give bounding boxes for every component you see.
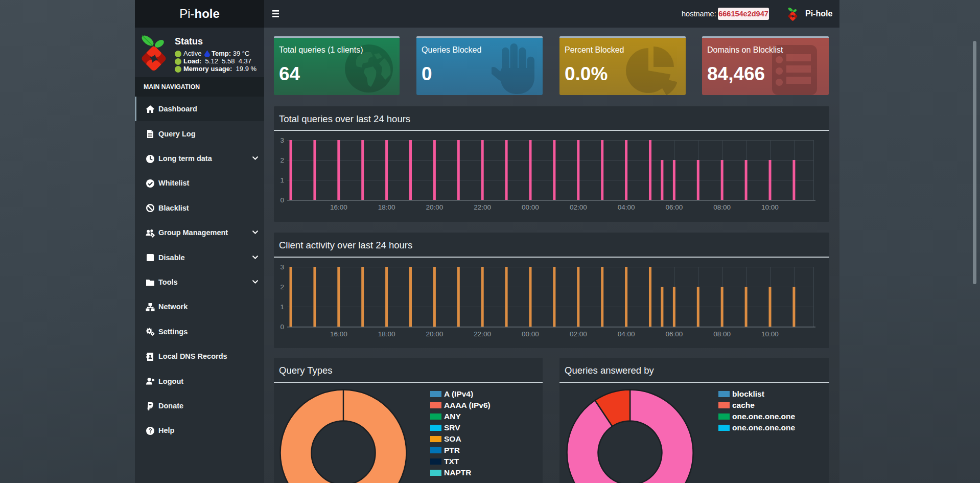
svg-text:18:00: 18:00: [378, 330, 395, 338]
svg-text:06:00: 06:00: [666, 203, 683, 211]
svg-text:2: 2: [280, 283, 284, 290]
svg-text:20:00: 20:00: [426, 330, 444, 338]
svg-text:22:00: 22:00: [474, 203, 491, 211]
svg-text:00:00: 00:00: [522, 203, 539, 211]
svg-text:08:00: 08:00: [713, 330, 731, 338]
svg-text:0: 0: [280, 323, 284, 330]
svg-text:16:00: 16:00: [330, 330, 347, 338]
svg-text:1: 1: [280, 303, 284, 310]
svg-text:04:00: 04:00: [618, 203, 635, 211]
svg-text:3: 3: [280, 136, 284, 144]
svg-text:16:00: 16:00: [330, 203, 347, 211]
svg-text:0: 0: [280, 196, 284, 204]
svg-text:20:00: 20:00: [426, 203, 444, 211]
svg-text:08:00: 08:00: [713, 203, 731, 211]
svg-text:22:00: 22:00: [474, 330, 491, 338]
svg-text:06:00: 06:00: [666, 330, 683, 338]
svg-text:00:00: 00:00: [522, 330, 539, 338]
svg-text:02:00: 02:00: [570, 330, 587, 338]
svg-text:2: 2: [280, 156, 284, 164]
svg-text:10:00: 10:00: [761, 203, 779, 211]
svg-text:04:00: 04:00: [618, 330, 635, 338]
svg-text:18:00: 18:00: [378, 203, 395, 211]
svg-text:10:00: 10:00: [761, 330, 779, 338]
svg-text:02:00: 02:00: [570, 203, 587, 211]
svg-text:1: 1: [280, 176, 284, 184]
svg-text:3: 3: [280, 263, 284, 270]
